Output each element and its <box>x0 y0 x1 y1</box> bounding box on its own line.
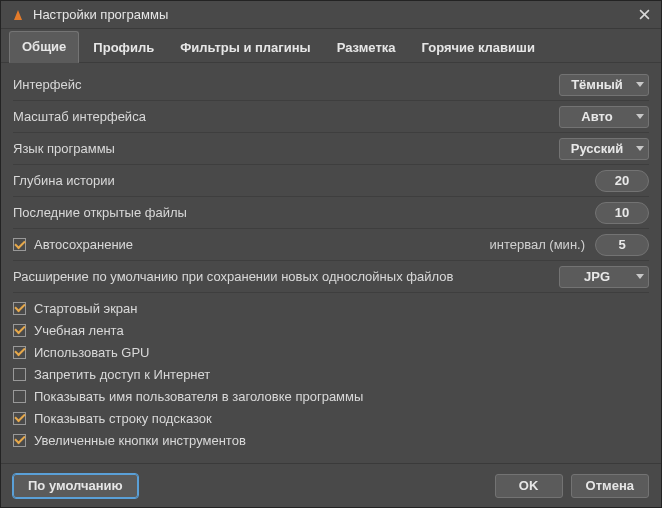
tab-markup[interactable]: Разметка <box>325 33 408 63</box>
large-tool-buttons-checkbox[interactable] <box>13 434 26 447</box>
scale-dropdown[interactable]: Авто <box>559 106 649 128</box>
interval-value: 5 <box>618 237 625 252</box>
row-default-ext: Расширение по умолчанию при сохранении н… <box>13 261 649 293</box>
scale-value: Авто <box>570 109 624 124</box>
show-username-label: Показывать имя пользователя в заголовке … <box>34 389 363 404</box>
check-section: Стартовый экран Учебная лента Использова… <box>13 293 649 451</box>
autosave-checkbox[interactable] <box>13 238 26 251</box>
content-area: Интерфейс Тёмный Масштаб интерфейса Авто… <box>1 63 661 463</box>
ok-button[interactable]: OK <box>495 474 563 498</box>
row-language: Язык программы Русский <box>13 133 649 165</box>
history-input[interactable]: 20 <box>595 170 649 192</box>
row-scale: Масштаб интерфейса Авто <box>13 101 649 133</box>
app-icon <box>11 8 25 22</box>
footer: По умолчанию OK Отмена <box>1 463 661 507</box>
chevron-down-icon <box>636 274 644 279</box>
default-ext-dropdown[interactable]: JPG <box>559 266 649 288</box>
tabs: Общие Профиль Фильтры и плагины Разметка… <box>1 29 661 63</box>
row-large-tool-buttons: Увеличенные кнопки инструментов <box>13 429 649 451</box>
start-screen-label: Стартовый экран <box>34 301 138 316</box>
ok-label: OK <box>519 478 539 493</box>
row-start-screen: Стартовый экран <box>13 297 649 319</box>
tab-filters[interactable]: Фильтры и плагины <box>168 33 323 63</box>
row-show-username: Показывать имя пользователя в заголовке … <box>13 385 649 407</box>
row-interface: Интерфейс Тёмный <box>13 69 649 101</box>
use-gpu-label: Использовать GPU <box>34 345 149 360</box>
language-value: Русский <box>570 141 624 156</box>
interface-dropdown[interactable]: Тёмный <box>559 74 649 96</box>
history-label: Глубина истории <box>13 173 595 188</box>
row-recent: Последние открытые файлы 10 <box>13 197 649 229</box>
interface-value: Тёмный <box>570 77 624 92</box>
tab-general[interactable]: Общие <box>9 31 79 63</box>
defaults-button[interactable]: По умолчанию <box>13 474 138 498</box>
show-username-checkbox[interactable] <box>13 390 26 403</box>
learning-feed-label: Учебная лента <box>34 323 124 338</box>
interval-label: интервал (мин.) <box>489 237 585 252</box>
default-ext-value: JPG <box>570 269 624 284</box>
block-internet-checkbox[interactable] <box>13 368 26 381</box>
recent-value: 10 <box>615 205 629 220</box>
defaults-label: По умолчанию <box>28 478 123 493</box>
titlebar: Настройки программы <box>1 1 661 29</box>
row-learning-feed: Учебная лента <box>13 319 649 341</box>
cancel-button[interactable]: Отмена <box>571 474 649 498</box>
chevron-down-icon <box>636 146 644 151</box>
language-dropdown[interactable]: Русский <box>559 138 649 160</box>
window-title: Настройки программы <box>33 7 633 22</box>
interval-input[interactable]: 5 <box>595 234 649 256</box>
default-ext-label: Расширение по умолчанию при сохранении н… <box>13 269 559 284</box>
row-history: Глубина истории 20 <box>13 165 649 197</box>
chevron-down-icon <box>636 114 644 119</box>
close-button[interactable] <box>633 4 655 26</box>
row-use-gpu: Использовать GPU <box>13 341 649 363</box>
row-block-internet: Запретить доступ к Интернет <box>13 363 649 385</box>
history-value: 20 <box>615 173 629 188</box>
row-show-hints: Показывать строку подсказок <box>13 407 649 429</box>
chevron-down-icon <box>636 82 644 87</box>
recent-input[interactable]: 10 <box>595 202 649 224</box>
scale-label: Масштаб интерфейса <box>13 109 559 124</box>
cancel-label: Отмена <box>586 478 634 493</box>
start-screen-checkbox[interactable] <box>13 302 26 315</box>
use-gpu-checkbox[interactable] <box>13 346 26 359</box>
settings-window: Настройки программы Общие Профиль Фильтр… <box>0 0 662 508</box>
row-autosave: Автосохранение интервал (мин.) 5 <box>13 229 649 261</box>
recent-label: Последние открытые файлы <box>13 205 595 220</box>
tab-profile[interactable]: Профиль <box>81 33 166 63</box>
block-internet-label: Запретить доступ к Интернет <box>34 367 210 382</box>
autosave-label: Автосохранение <box>34 237 133 252</box>
interface-label: Интерфейс <box>13 77 559 92</box>
show-hints-label: Показывать строку подсказок <box>34 411 212 426</box>
learning-feed-checkbox[interactable] <box>13 324 26 337</box>
tab-hotkeys[interactable]: Горячие клавиши <box>410 33 547 63</box>
language-label: Язык программы <box>13 141 559 156</box>
large-tool-buttons-label: Увеличенные кнопки инструментов <box>34 433 246 448</box>
show-hints-checkbox[interactable] <box>13 412 26 425</box>
